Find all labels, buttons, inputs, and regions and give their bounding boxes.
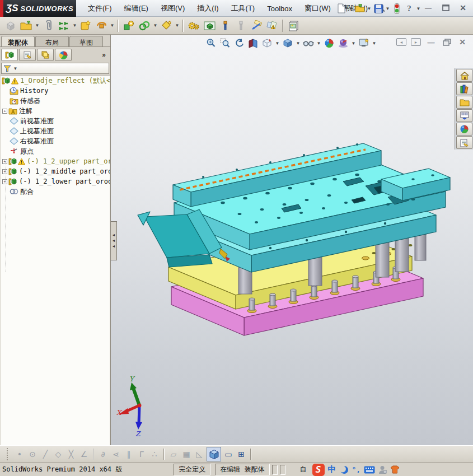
menu-view[interactable]: 视图(V) [156,1,190,16]
mate-icon[interactable] [137,18,152,33]
scene-dropdown-icon[interactable]: ▼ [351,41,356,46]
help-icon[interactable]: ? [404,3,415,14]
open-dropdown-icon[interactable]: ▼ [367,6,372,11]
ime-fullmoon-icon[interactable] [340,465,349,474]
assembly-features-icon[interactable] [159,18,174,33]
tree-root-assembly[interactable]: 1_Orodje_reflect (默认<默 [1,76,110,86]
rebuild-traffic-light-icon[interactable] [391,3,402,14]
graphics-area[interactable]: ▼ ▼ ▼ ▼ ▼ ◄ ► — ✕ [111,35,473,445]
solidworks-resources-button[interactable] [456,69,472,82]
tree-item-top-plane[interactable]: 上视基准面 [1,126,110,136]
orientation-dropdown-icon[interactable]: ▼ [275,41,280,46]
file-explorer-button[interactable] [456,96,472,109]
ime-skin-icon[interactable] [390,465,400,474]
view-orientation-icon[interactable] [261,37,273,49]
sogou-ime-icon[interactable]: S [312,464,325,476]
hide-show-items-icon[interactable] [302,37,315,49]
tree-item-history[interactable]: History [1,86,110,96]
interference-detection-icon[interactable] [265,18,279,33]
expand-icon[interactable]: + [2,109,7,114]
previous-view-icon[interactable] [233,37,245,49]
gears-icon[interactable] [186,18,201,33]
component-preview-icon[interactable] [202,18,217,33]
menu-file[interactable]: 文件(F) [83,1,117,16]
viewport-four-icon[interactable]: ⊞ [235,448,247,460]
tree-item-right-plane[interactable]: 右视基准面 [1,136,110,146]
edit-component-icon[interactable] [121,18,136,33]
tree-item-sensors[interactable]: 传感器 [1,96,110,106]
tree-filter[interactable]: ▼ [1,63,109,74]
menu-edit[interactable]: 编辑(E) [119,1,153,16]
toolbar-grip[interactable] [7,448,10,460]
expand-icon[interactable]: + [2,179,7,184]
property-manager-tab[interactable] [19,49,36,61]
menu-tools[interactable]: 工具(T) [226,1,260,16]
view-settings-dropdown-icon[interactable]: ▼ [372,41,377,46]
features-dropdown-icon[interactable]: ▼ [175,23,180,28]
panel-splitter-handle[interactable]: ◄◄◄ [111,221,117,260]
maximize-button[interactable] [439,3,452,13]
zoom-to-fit-icon[interactable] [205,37,217,49]
save-dropdown-icon[interactable]: ▼ [385,6,390,11]
expand-icon[interactable]: + [2,159,7,164]
rotate-dropdown-icon[interactable]: ▼ [110,23,115,28]
custom-properties-button[interactable] [456,136,472,149]
open-icon[interactable] [19,18,34,33]
viewport-single-icon[interactable]: ▭ [222,448,235,460]
hide-show-dropdown-icon[interactable]: ▼ [316,41,321,46]
view-palette-button[interactable] [456,109,472,122]
section-view-icon[interactable] [247,37,259,49]
menu-insert[interactable]: 插入(I) [192,1,223,16]
configuration-manager-tab[interactable] [37,49,54,61]
display-manager-tab[interactable] [55,49,72,61]
menu-toolbox[interactable]: Toolbox [262,2,297,15]
ime-user-icon[interactable] [378,465,387,474]
close-button[interactable]: ✕ [456,3,470,13]
help-dropdown-icon[interactable]: ▼ [416,6,421,11]
tree-item-origin[interactable]: 原点 [1,146,110,156]
feature-manager-tab[interactable] [1,49,18,61]
tree-item-middle-part[interactable]: + (-) 1_2_middle part_orodj [1,166,110,176]
show-components-dropdown-icon[interactable]: ▼ [72,23,77,28]
new-dropdown-icon[interactable]: ▼ [348,6,353,11]
open-document-icon[interactable] [354,3,366,14]
smart-fastener-icon[interactable] [218,18,232,33]
tree-item-mates[interactable]: 配合 [1,186,110,197]
tree-item-lower-part[interactable]: + (-) 1_2_lower part_orodje_ [1,176,110,186]
attachment-icon[interactable] [41,18,55,33]
pane-left-icon[interactable]: ◄ [396,38,406,46]
new-document-icon[interactable] [336,3,347,14]
tab-assembly[interactable]: 装配体 [1,36,35,46]
image-icon[interactable] [286,18,301,33]
open-dropdown-icon[interactable]: ▼ [35,23,40,28]
measure-icon[interactable] [249,18,264,33]
minimize-button[interactable]: — [422,3,435,13]
doc-minimize-icon[interactable]: — [425,38,437,46]
mate-dropdown-icon[interactable]: ▼ [153,23,158,28]
doc-restore-icon[interactable] [441,38,452,46]
view-settings-icon[interactable] [358,37,370,49]
shaded-with-edges-button[interactable] [207,447,221,461]
manager-more-chevron[interactable]: » [102,51,106,59]
ime-language-toggle[interactable]: 中 [328,464,336,475]
menu-window[interactable]: 窗口(W) [299,1,336,16]
mold-assembly-model[interactable] [111,35,473,445]
ime-punctuation-icon[interactable]: °, [352,465,361,474]
rotate-component-icon[interactable] [94,18,109,33]
filter-dropdown-icon[interactable]: ▼ [13,66,18,71]
zoom-to-area-icon[interactable] [219,37,231,49]
tab-layout[interactable]: 布局 [35,36,69,46]
appearances-scenes-button[interactable] [456,123,472,136]
tree-item-upper-part[interactable]: + (-) 1_2_upper part_oro [1,156,110,166]
show-hidden-components-icon[interactable] [57,18,71,33]
tab-sketch[interactable]: 草图 [69,36,103,46]
tree-item-front-plane[interactable]: 前视基准面 [1,116,110,126]
apply-scene-icon[interactable] [337,37,349,49]
expand-icon[interactable]: + [2,169,7,174]
insert-component-icon[interactable] [78,18,93,33]
edit-appearance-icon[interactable] [323,37,335,49]
save-icon[interactable] [373,3,384,14]
doc-close-icon[interactable]: ✕ [457,38,468,46]
display-style-icon[interactable] [282,37,294,49]
pane-right-icon[interactable]: ► [411,38,421,46]
